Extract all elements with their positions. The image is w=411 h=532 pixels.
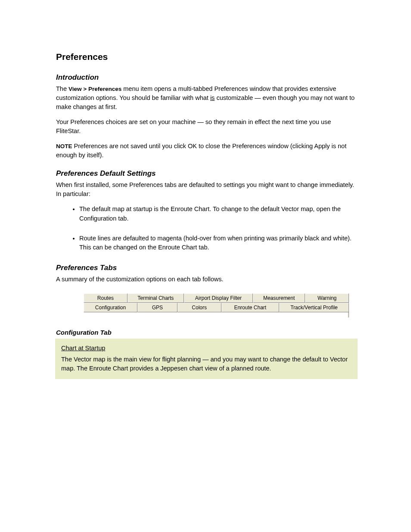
chart-at-startup-title: Chart at Startup bbox=[61, 345, 352, 352]
configuration-tab-heading: Configuration Tab bbox=[56, 329, 355, 336]
tabs-summary: A summary of the customization options o… bbox=[56, 275, 355, 284]
list-item: Route lines are defaulted to magenta (ho… bbox=[79, 234, 355, 253]
chart-at-startup-box: Chart at Startup The Vector map is the m… bbox=[55, 339, 358, 379]
defaults-intro: When first installed, some Preferences t… bbox=[56, 180, 355, 199]
tab-track-vertical-profile[interactable]: Track/Vertical Profile bbox=[279, 303, 349, 312]
intro-paragraph-2: Your Preferences choices are set on your… bbox=[56, 118, 355, 136]
tab-terminal-charts[interactable]: Terminal Charts bbox=[128, 293, 184, 303]
tab-routes[interactable]: Routes bbox=[84, 293, 128, 303]
tab-row-front: Configuration GPS Colors Enroute Chart T… bbox=[84, 303, 349, 312]
tabstrip-edge bbox=[348, 312, 349, 317]
tab-gps[interactable]: GPS bbox=[137, 303, 177, 312]
tab-measurement[interactable]: Measurement bbox=[253, 293, 305, 303]
note-label: NOTE bbox=[56, 143, 72, 149]
tab-warning[interactable]: Warning bbox=[305, 293, 349, 303]
intro-p1-a: The bbox=[56, 85, 68, 92]
subheading-tabs: Preferences Tabs bbox=[56, 264, 355, 272]
list-item: The default map at startup is the Enrout… bbox=[79, 205, 355, 224]
subheading-introduction: Introduction bbox=[56, 73, 355, 82]
intro-p1-em: is bbox=[210, 94, 215, 101]
note-body: Preferences are not saved until you clic… bbox=[56, 143, 346, 159]
tab-airport-display-filter[interactable]: Airport Display Filter bbox=[184, 293, 253, 303]
page-title: Preferences bbox=[56, 52, 355, 62]
tab-row-back: Routes Terminal Charts Airport Display F… bbox=[84, 293, 349, 303]
intro-paragraph-1: The View > Preferences menu item opens a… bbox=[56, 84, 355, 112]
subheading-defaults: Preferences Default Settings bbox=[56, 169, 355, 178]
tab-configuration[interactable]: Configuration bbox=[84, 303, 137, 312]
intro-note: NOTE Preferences are not saved until you… bbox=[56, 142, 355, 160]
tab-colors[interactable]: Colors bbox=[177, 303, 221, 312]
chart-at-startup-body: The Vector map is the main view for flig… bbox=[61, 355, 352, 373]
defaults-bullet-list: The default map at startup is the Enrout… bbox=[56, 205, 355, 252]
intro-p1-b: View > Preferences bbox=[68, 86, 121, 92]
preferences-tabstrip: Routes Terminal Charts Airport Display F… bbox=[84, 293, 349, 317]
tab-enroute-chart[interactable]: Enroute Chart bbox=[221, 303, 279, 312]
